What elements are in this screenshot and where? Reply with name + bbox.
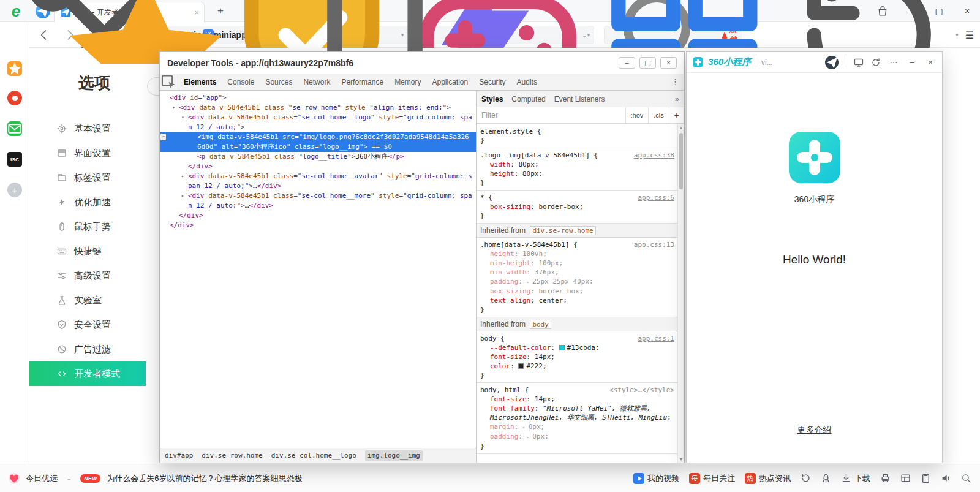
sidebar-tab-computed[interactable]: Computed bbox=[511, 95, 545, 104]
dom-tree-node[interactable]: ▸<div data-v-584e45b1 class="se-col home… bbox=[160, 191, 476, 211]
chevron-down-icon[interactable]: ⌄ bbox=[66, 474, 72, 482]
dom-tree-node[interactable]: <p data-v-584e45b1 class="logo__title">3… bbox=[160, 152, 476, 162]
dom-tree-node[interactable]: ▸<div data-v-584e45b1 class="se-col home… bbox=[160, 172, 476, 191]
inherited-node-link[interactable]: body bbox=[530, 320, 551, 329]
css-property[interactable]: color: #222; bbox=[480, 361, 674, 371]
scroll-down-icon[interactable]: ▼ bbox=[678, 457, 684, 461]
stylesheet-link[interactable]: app.css:38 bbox=[634, 151, 674, 160]
settings-menu-item-window[interactable]: 界面设置 bbox=[29, 141, 146, 165]
scroll-up-icon[interactable]: ▲ bbox=[678, 126, 684, 130]
dom-tree-node[interactable]: ⋯<img data-v-584e45b1 src="img/logo.png?… bbox=[160, 132, 476, 152]
color-swatch[interactable] bbox=[559, 345, 565, 350]
settings-menu-item-flask[interactable]: 实验室 bbox=[29, 288, 146, 312]
miniapp-minimize-button[interactable]: – bbox=[907, 58, 918, 67]
css-selector[interactable]: .logo__img[data-v-584e45b1] { bbox=[480, 151, 629, 160]
main-menu-icon[interactable]: ☰ bbox=[965, 29, 974, 41]
breadcrumb-item[interactable]: img.logo__img bbox=[365, 450, 423, 461]
css-selector[interactable]: body, html { bbox=[480, 385, 605, 395]
css-property[interactable]: box-sizing: border-box; bbox=[480, 202, 674, 211]
miniapp-close-button[interactable]: × bbox=[925, 58, 936, 67]
clipboard-icon[interactable] bbox=[921, 473, 931, 483]
news-headline-link[interactable]: 为什么会丢失6岁以前的记忆？心理学家的答案细思恐极 bbox=[107, 473, 302, 484]
css-property[interactable]: min-width: 376px; bbox=[480, 268, 674, 277]
dom-tree-node[interactable]: </div> bbox=[160, 162, 476, 172]
miniapp-titlebar[interactable]: 360小程序 vi... ⋯ – × bbox=[687, 52, 942, 73]
expand-arrow-icon[interactable]: ▸ bbox=[181, 191, 184, 201]
settings-menu-item-tabs[interactable]: 标签设置 bbox=[29, 165, 146, 190]
dom-tree-node[interactable]: <div id="app"> bbox=[160, 93, 476, 103]
refresh-icon[interactable] bbox=[871, 58, 881, 67]
daily-pick-label[interactable]: 今日优选 bbox=[26, 473, 58, 484]
devtools-maximize-button[interactable]: ▢ bbox=[639, 57, 656, 69]
styles-toggle-cls[interactable]: .cls bbox=[648, 107, 669, 123]
settings-menu-item-sliders[interactable]: 高级设置 bbox=[29, 263, 146, 288]
inherited-node-link[interactable]: div.se-row.home bbox=[530, 226, 595, 235]
settings-menu-item-dev[interactable]: 开发者模式 bbox=[29, 361, 146, 386]
devtools-tab-elements[interactable]: Elements bbox=[178, 74, 222, 90]
css-property[interactable]: text-align: center; bbox=[480, 296, 674, 305]
expand-arrow-icon[interactable]: ▾ bbox=[172, 103, 175, 113]
settings-menu-item-block[interactable]: 广告过滤 bbox=[29, 337, 146, 361]
css-property[interactable]: font-size: 14px; bbox=[480, 352, 674, 361]
inspect-element-icon[interactable] bbox=[160, 74, 178, 90]
stylesheet-link[interactable]: <style>…</style> bbox=[609, 385, 674, 395]
styles-toggle-[interactable]: + bbox=[669, 107, 684, 123]
css-property[interactable]: padding: ▸ 0px; bbox=[480, 432, 674, 442]
devtools-more-icon[interactable]: ⋮ bbox=[666, 74, 684, 90]
dom-tree-node[interactable]: </div> bbox=[160, 221, 476, 230]
color-swatch[interactable] bbox=[518, 363, 524, 369]
scrollbar[interactable]: ▲ ▼ bbox=[677, 124, 684, 463]
devtools-tab-network[interactable]: Network bbox=[298, 74, 336, 90]
stylesheet-link[interactable]: app.css:13 bbox=[634, 240, 674, 249]
download-item[interactable]: 下载 bbox=[841, 473, 870, 484]
compass-icon[interactable] bbox=[825, 56, 839, 69]
devtools-titlebar[interactable]: Developer Tools - app://qh13waury22p7m8b… bbox=[160, 52, 684, 74]
my-videos-item[interactable]: 我的视频 bbox=[633, 473, 679, 484]
breadcrumb-item[interactable]: div.se-col.home__logo bbox=[271, 452, 356, 460]
boost-icon[interactable] bbox=[801, 473, 811, 483]
settings-menu-item-keys[interactable]: 快捷键 bbox=[29, 239, 146, 263]
miniapp-more-link[interactable]: 更多介绍 bbox=[687, 425, 942, 436]
printer-icon[interactable] bbox=[880, 473, 891, 483]
dom-tree-node[interactable]: ▾<div data-v-584e45b1 class="se-row home… bbox=[160, 103, 476, 113]
styles-toggle-hov[interactable]: :hov bbox=[625, 107, 649, 123]
add-sidebar-icon[interactable]: + bbox=[7, 183, 22, 197]
css-property[interactable]: box-sizing: border-box; bbox=[480, 287, 674, 296]
weibo-sidebar-icon[interactable] bbox=[7, 91, 22, 105]
daily-follow-item[interactable]: 每每日关注 bbox=[689, 473, 735, 484]
node-menu-icon[interactable]: ⋯ bbox=[160, 134, 166, 140]
sidebar-more-icon[interactable]: » bbox=[675, 95, 679, 104]
zoom-search-icon[interactable] bbox=[961, 473, 971, 483]
css-property[interactable]: margin: ▸ 0px; bbox=[480, 422, 674, 432]
css-property[interactable]: min-height: 100px; bbox=[480, 259, 674, 268]
breadcrumb-item[interactable]: div.se-row.home bbox=[202, 452, 262, 460]
settings-menu-item-bolt[interactable]: 优化加速 bbox=[29, 190, 146, 214]
css-selector[interactable]: * { bbox=[480, 193, 633, 202]
dom-tree-node[interactable]: ▾<div data-v-584e45b1 class="se-col home… bbox=[160, 113, 476, 132]
rocket-icon[interactable] bbox=[821, 473, 831, 483]
hot-news-item[interactable]: 热热点资讯 bbox=[745, 473, 791, 484]
miniapp-more-icon[interactable]: ⋯ bbox=[888, 58, 899, 67]
css-property[interactable]: height: 80px; bbox=[480, 169, 674, 178]
panel-icon[interactable] bbox=[900, 473, 911, 483]
css-property[interactable]: font-family: "Microsoft YaHei", 微软雅黑, Mi… bbox=[480, 404, 674, 422]
scrollbar-thumb[interactable] bbox=[679, 133, 683, 189]
devtools-tab-security[interactable]: Security bbox=[473, 74, 511, 90]
devtools-tab-memory[interactable]: Memory bbox=[389, 74, 426, 90]
css-property[interactable]: height: 100vh; bbox=[480, 249, 674, 259]
speaker-icon[interactable] bbox=[941, 473, 951, 483]
css-selector[interactable]: element.style { bbox=[480, 127, 674, 136]
settings-menu-item-gear[interactable]: 基本设置 bbox=[29, 116, 146, 141]
mail-sidebar-icon[interactable] bbox=[7, 121, 22, 136]
sidebar-tab-styles[interactable]: Styles bbox=[481, 95, 503, 104]
monitor-icon[interactable] bbox=[854, 58, 864, 67]
settings-menu-item-mouse[interactable]: 鼠标手势 bbox=[29, 214, 146, 239]
expand-arrow-icon[interactable]: ▾ bbox=[181, 113, 184, 123]
css-property[interactable]: --default-color: #13cbda; bbox=[480, 343, 674, 352]
css-property[interactable]: font-size: 14px; bbox=[480, 395, 674, 404]
styles-filter-input[interactable]: Filter bbox=[481, 111, 625, 119]
settings-menu-item-shield[interactable]: 安全设置 bbox=[29, 312, 146, 337]
devtools-close-button[interactable]: × bbox=[660, 57, 677, 69]
breadcrumb-item[interactable]: div#app bbox=[165, 452, 193, 460]
css-property[interactable]: padding: ▸ 25px 25px 40px; bbox=[480, 277, 674, 287]
